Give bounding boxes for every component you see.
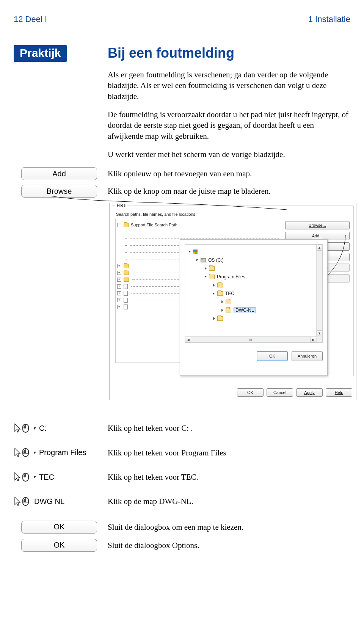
triangle-closed-icon[interactable] bbox=[213, 317, 215, 320]
tree-expand-icon[interactable]: + bbox=[117, 264, 121, 268]
files-group-label: Files bbox=[115, 203, 127, 207]
triangle-open-icon[interactable] bbox=[196, 259, 198, 261]
folder-icon bbox=[226, 308, 231, 312]
triangle-open-icon[interactable] bbox=[213, 293, 215, 295]
scroll-right-icon[interactable]: ▶ bbox=[310, 337, 316, 342]
document-icon bbox=[124, 298, 128, 303]
paragraph-1: Als er geen foutmelding is verschenen; g… bbox=[108, 69, 350, 102]
document-icon bbox=[124, 305, 128, 309]
page-title: Bij een foutmelding bbox=[108, 45, 350, 61]
tree-expand-icon[interactable]: + bbox=[117, 291, 121, 295]
browse-button-illustration: Browse bbox=[21, 185, 97, 198]
step-tec-text: Klik op het teken voor TEC. bbox=[108, 472, 350, 482]
folder-icon bbox=[209, 275, 215, 279]
folder-tree[interactable]: OS (C:) Program Files TEC DWG-NL ▲ bbox=[185, 244, 323, 343]
header-right: 1 Installatie bbox=[308, 14, 350, 24]
paragraph-2: De foutmelding is veroorzaakt doordat u … bbox=[108, 109, 350, 141]
step-tec-label: TEC bbox=[39, 473, 54, 482]
windows-icon bbox=[193, 250, 198, 254]
step-dwg-text: Klik op de map DWG-NL. bbox=[108, 496, 350, 507]
drive-label: OS (C:) bbox=[208, 257, 224, 263]
options-ok-button[interactable]: OK bbox=[237, 388, 264, 397]
options-apply-button[interactable]: Apply bbox=[296, 388, 323, 397]
mouse-left-click-icon bbox=[22, 424, 29, 433]
document-icon bbox=[124, 284, 128, 289]
step-c-label: C: bbox=[39, 424, 47, 433]
praktijk-badge: Praktijk bbox=[14, 45, 67, 62]
header-left: 12 Deel I bbox=[14, 14, 47, 24]
tec-label: TEC bbox=[225, 291, 234, 296]
triangle-closed-icon[interactable] bbox=[221, 309, 223, 312]
browse-cancel-button[interactable]: Annuleren bbox=[292, 351, 323, 361]
folder-icon bbox=[217, 283, 223, 287]
add-button[interactable]: Add... bbox=[285, 232, 350, 240]
folder-icon bbox=[124, 278, 129, 282]
triangle-closed-icon[interactable] bbox=[221, 300, 223, 303]
mouse-left-click-icon bbox=[22, 448, 29, 457]
folder-icon bbox=[226, 300, 231, 304]
add-button-illustration: Add bbox=[21, 167, 97, 180]
mouse-left-click-icon bbox=[22, 473, 29, 482]
h-scroll-mid: III bbox=[191, 337, 310, 342]
scroll-down-icon[interactable]: ▼ bbox=[317, 330, 322, 336]
browse-ok-button[interactable]: OK bbox=[257, 351, 288, 361]
search-paths-caption: Search paths, file names, and file locat… bbox=[116, 212, 350, 217]
triangle-icon bbox=[34, 476, 36, 478]
step-c-text: Klik op het teken voor C: . bbox=[108, 423, 350, 433]
scroll-left-icon[interactable]: ◀ bbox=[185, 337, 191, 342]
tree-expand-icon[interactable]: + bbox=[117, 305, 121, 309]
browse-folder-dialog: OS (C:) Program Files TEC DWG-NL ▲ bbox=[180, 239, 328, 376]
browse-button[interactable]: Browse... bbox=[285, 221, 350, 229]
folder-icon bbox=[217, 291, 223, 296]
triangle-open-icon[interactable] bbox=[189, 251, 191, 253]
tree-expand-icon[interactable]: + bbox=[117, 271, 121, 275]
cursor-icon bbox=[14, 472, 21, 482]
triangle-open-icon[interactable] bbox=[205, 276, 207, 278]
cursor-icon bbox=[14, 496, 21, 507]
step-dwg-label: DWG NL bbox=[34, 497, 64, 506]
folder-icon bbox=[124, 223, 129, 227]
program-files-label: Program Files bbox=[217, 274, 245, 279]
folder-icon bbox=[124, 271, 129, 275]
screenshot-composite: Files Search paths, file names, and file… bbox=[108, 203, 350, 408]
tree-collapse-icon[interactable]: – bbox=[117, 223, 121, 227]
browse-text: Klik op de knop om naar de juiste map te… bbox=[108, 186, 350, 196]
options-help-button[interactable]: Help bbox=[326, 388, 352, 397]
step-ok2-text: Sluit de dialoogbox Options. bbox=[108, 540, 350, 551]
tree-expand-icon[interactable]: + bbox=[117, 298, 121, 302]
horizontal-scrollbar[interactable]: ◀ III ▶ bbox=[185, 336, 316, 342]
triangle-icon bbox=[34, 427, 36, 430]
ok-button-illustration-2: OK bbox=[21, 539, 97, 552]
folder-icon bbox=[217, 316, 223, 321]
vertical-scrollbar[interactable]: ▲ ▼ bbox=[316, 245, 322, 342]
triangle-closed-icon[interactable] bbox=[213, 284, 215, 287]
page-header: 12 Deel I 1 Installatie bbox=[14, 14, 350, 24]
tree-root-label: Support File Search Path bbox=[131, 223, 177, 227]
drive-icon bbox=[201, 258, 206, 262]
step-ok1-text: Sluit de dialoogbox om een map te kiezen… bbox=[108, 522, 350, 532]
mouse-left-click-icon bbox=[22, 497, 29, 506]
folder-icon bbox=[124, 264, 129, 268]
triangle-icon bbox=[34, 452, 36, 454]
scroll-up-icon[interactable]: ▲ bbox=[317, 245, 322, 251]
add-text: Klik opnieuw op het toevoegen van een ma… bbox=[108, 168, 350, 179]
options-cancel-button[interactable]: Cancel bbox=[267, 388, 293, 397]
tree-expand-icon[interactable]: + bbox=[117, 278, 121, 282]
step-pf-text: Klik op het teken voor Program Files bbox=[108, 447, 350, 458]
folder-icon bbox=[209, 266, 215, 271]
step-pf-label: Program Files bbox=[39, 448, 86, 457]
tree-expand-icon[interactable]: + bbox=[117, 284, 121, 289]
paragraph-3: U werkt verder met het scherm van de vor… bbox=[108, 149, 350, 160]
dwg-nl-selected[interactable]: DWG-NL bbox=[234, 307, 256, 313]
triangle-closed-icon[interactable] bbox=[205, 267, 207, 270]
cursor-icon bbox=[14, 447, 21, 458]
cursor-icon bbox=[14, 423, 21, 434]
ok-button-illustration-1: OK bbox=[21, 521, 97, 534]
document-icon bbox=[124, 291, 128, 296]
